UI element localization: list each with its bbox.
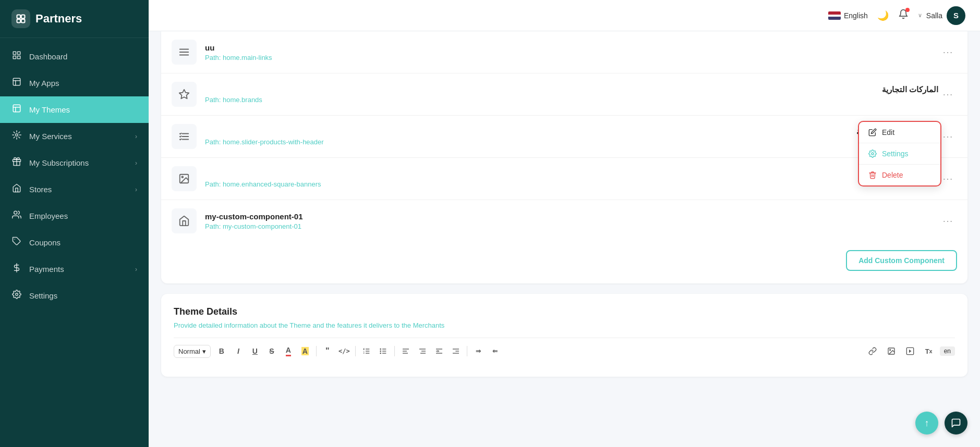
editor-toolbar: Normal ▾ B I U S A A " </> [174, 338, 955, 364]
component-path-main-links: Path: home.main-links [205, 54, 938, 61]
sidebar-item-stores[interactable]: Stores › [0, 176, 149, 203]
indent-button[interactable] [431, 343, 447, 359]
toolbar-divider-4 [467, 346, 467, 356]
coupons-icon [11, 237, 22, 249]
bold-button[interactable]: B [214, 343, 229, 359]
sidebar-item-my-themes[interactable]: My Themes [0, 96, 149, 123]
component-icon-slider [172, 124, 197, 149]
svg-marker-54 [909, 350, 911, 352]
brand-name: Partners [35, 12, 82, 26]
sidebar-label-my-themes: My Themes [29, 105, 70, 114]
language-label: English [844, 11, 868, 20]
component-info-custom: my-custom-component-01 Path: my-custom-c… [205, 212, 938, 230]
chevron-icon-stores: › [135, 186, 137, 193]
dark-mode-toggle[interactable]: 🌙 [877, 10, 889, 21]
component-list: uu Path: home.main-links ⋯ الماركات التج… [161, 31, 967, 242]
svg-rect-3 [21, 19, 25, 23]
sidebar-item-employees[interactable]: Employees [0, 203, 149, 229]
sidebar-item-coupons[interactable]: Coupons [0, 229, 149, 256]
strikethrough-button[interactable]: S [264, 343, 280, 359]
component-path-custom: Path: my-custom-component-01 [205, 222, 938, 230]
video-button[interactable] [902, 343, 918, 359]
sidebar-item-payments[interactable]: Payments › [0, 256, 149, 282]
settings-icon [11, 290, 22, 302]
ordered-list-button[interactable] [359, 343, 374, 359]
table-row[interactable]: الماركات التجارية Path: home.brands ⋯ [161, 73, 967, 116]
chat-button[interactable] [945, 412, 967, 434]
chevron-down-icon: ▾ [202, 347, 206, 355]
employees-icon [11, 210, 22, 222]
italic-button[interactable]: I [231, 343, 246, 359]
code-button[interactable]: </> [336, 343, 352, 359]
lang-badge: en [940, 346, 955, 356]
sidebar-item-my-subscriptions[interactable]: My Subscriptions › [0, 150, 149, 176]
align-right-button[interactable] [415, 343, 430, 359]
table-row[interactable]: منتجات متحركة مع خلفية Path: home.slider… [161, 116, 967, 158]
table-row[interactable]: uu Path: home.main-links ⋯ [161, 31, 967, 73]
svg-rect-1 [21, 15, 25, 19]
sidebar-item-my-apps[interactable]: My Apps [0, 70, 149, 96]
rtl-button[interactable]: ⇐ [487, 343, 503, 359]
ltr-button[interactable]: ⇒ [470, 343, 486, 359]
logo-icon [11, 9, 30, 28]
sidebar-label-settings: Settings [29, 291, 57, 300]
user-menu[interactable]: ∨ Salla S [918, 6, 965, 25]
link-button[interactable] [865, 343, 880, 359]
text-style-select[interactable]: Normal ▾ [174, 345, 211, 358]
svg-point-37 [380, 353, 381, 353]
notifications-bell[interactable] [898, 9, 909, 22]
sidebar-label-payments: Payments [29, 265, 64, 274]
highlight-button[interactable]: A [297, 343, 313, 359]
svg-rect-7 [18, 56, 20, 59]
context-menu-settings[interactable]: Settings [859, 143, 940, 164]
sidebar-item-dashboard[interactable]: Dashboard [0, 43, 149, 70]
chevron-icon-my-services: › [135, 133, 137, 140]
more-options-custom[interactable]: ⋯ [938, 213, 957, 229]
settings-label: Settings [882, 150, 909, 158]
settings-icon [868, 150, 877, 158]
edit-label: Edit [882, 128, 894, 136]
theme-details-title: Theme Details [174, 306, 955, 317]
image-button[interactable] [884, 343, 899, 359]
context-menu-edit[interactable]: Edit [859, 122, 940, 143]
svg-rect-8 [13, 78, 20, 85]
components-card: uu Path: home.main-links ⋯ الماركات التج… [161, 31, 967, 283]
text-style-label: Normal [178, 347, 200, 355]
language-selector[interactable]: English [828, 11, 868, 20]
svg-point-13 [14, 211, 17, 214]
stores-icon [11, 183, 22, 195]
sidebar-item-my-services[interactable]: My Services › [0, 123, 149, 150]
blockquote-button[interactable]: " [320, 343, 335, 359]
sidebar-label-my-services: My Services [29, 132, 72, 141]
align-left-button[interactable] [398, 343, 414, 359]
table-row[interactable]: my-custom-component-01 Path: my-custom-c… [161, 200, 967, 242]
scroll-up-button[interactable]: ↑ [915, 412, 938, 434]
my-themes-icon [11, 104, 22, 116]
chevron-down-icon: ∨ [918, 12, 922, 19]
more-options-brands[interactable]: ⋯ [938, 86, 957, 103]
context-menu: Edit Settings [858, 121, 941, 187]
more-options-main-links[interactable]: ⋯ [938, 44, 957, 60]
context-menu-delete[interactable]: Delete [859, 165, 940, 185]
text-color-button[interactable]: A [281, 343, 296, 359]
sidebar-label-stores: Stores [29, 185, 52, 194]
sidebar-label-coupons: Coupons [29, 238, 61, 247]
chevron-icon-payments: › [135, 266, 137, 273]
sidebar-label-employees: Employees [29, 212, 68, 220]
add-custom-component-button[interactable]: Add Custom Component [846, 250, 957, 271]
table-row[interactable]: صور مربعة (محسنة) Path: home.enhanced-sq… [161, 158, 967, 200]
unordered-list-button[interactable] [376, 343, 391, 359]
sidebar-logo[interactable]: Partners [0, 0, 149, 38]
outdent-button[interactable] [448, 343, 464, 359]
sidebar-label-my-subscriptions: My Subscriptions [29, 158, 89, 167]
toolbar-divider-1 [316, 346, 317, 356]
svg-rect-2 [17, 19, 21, 23]
svg-rect-0 [17, 15, 21, 19]
underline-button[interactable]: U [247, 343, 263, 359]
sidebar-item-settings[interactable]: Settings [0, 282, 149, 309]
clear-format-button[interactable]: Tx [921, 343, 937, 359]
component-icon-custom [172, 208, 197, 233]
component-icon-brands [172, 82, 197, 107]
content-area: uu Path: home.main-links ⋯ الماركات التج… [149, 31, 980, 447]
user-avatar: S [947, 6, 965, 25]
